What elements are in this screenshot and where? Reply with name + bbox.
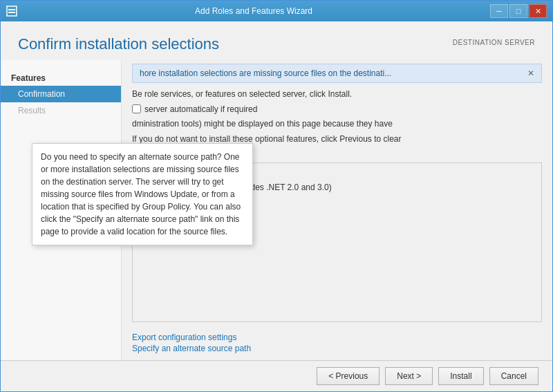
svg-rect-1 bbox=[8, 9, 15, 10]
reboot-checkbox[interactable] bbox=[132, 104, 141, 113]
title-controls: ─ □ ✕ bbox=[490, 4, 547, 18]
optional-note-line2: dministration tools) might be displayed … bbox=[122, 116, 552, 131]
instructions-line1: Be role services, or features on selecte… bbox=[122, 86, 552, 102]
svg-rect-0 bbox=[7, 6, 17, 16]
install-button[interactable]: Install bbox=[438, 367, 483, 385]
page-title: Confirm installation selections bbox=[18, 35, 219, 53]
alert-close-icon[interactable]: ✕ bbox=[527, 68, 534, 78]
alert-text: hore installation selections are missing… bbox=[140, 68, 391, 78]
title-bar: Add Roles and Features Wizard ─ □ ✕ bbox=[1, 1, 552, 21]
sidebar-item-confirmation[interactable]: Confirmation bbox=[1, 86, 121, 102]
alert-banner: hore installation selections are missing… bbox=[132, 64, 542, 83]
svg-rect-2 bbox=[8, 12, 15, 13]
footer: < Previous Next > Install Cancel bbox=[1, 360, 552, 391]
body-layout: Features Confirmation Results hore insta… bbox=[1, 60, 552, 360]
wizard-window: Add Roles and Features Wizard ─ □ ✕ Conf… bbox=[0, 0, 553, 392]
next-button[interactable]: Next > bbox=[385, 367, 433, 385]
reboot-label: server automatically if required bbox=[144, 104, 257, 114]
alternate-source-link[interactable]: Specify an alternate source path bbox=[132, 344, 542, 353]
wizard-content: Confirm installation selections DESTINAT… bbox=[1, 21, 552, 391]
tooltip-text: Do you need to specify an alternate sour… bbox=[41, 152, 241, 236]
window-icon bbox=[6, 6, 17, 17]
reboot-checkbox-container: server automatically if required bbox=[122, 102, 552, 116]
sidebar-section-features: Features bbox=[1, 71, 121, 86]
page-header: Confirm installation selections DESTINAT… bbox=[1, 21, 552, 60]
tooltip-popup: Do you need to specify an alternate sour… bbox=[32, 143, 253, 245]
previous-button[interactable]: < Previous bbox=[317, 367, 379, 385]
window-title: Add Roles and Features Wizard bbox=[17, 6, 490, 16]
links-area: Export configuration settings Specify an… bbox=[122, 326, 552, 360]
close-button[interactable]: ✕ bbox=[529, 4, 547, 18]
dest-server-label: DESTINATION SERVER bbox=[453, 39, 535, 46]
cancel-button[interactable]: Cancel bbox=[489, 367, 538, 385]
maximize-button[interactable]: □ bbox=[509, 4, 527, 18]
minimize-button[interactable]: ─ bbox=[490, 4, 508, 18]
sidebar-item-results: Results bbox=[1, 102, 121, 119]
export-config-link[interactable]: Export configuration settings bbox=[132, 333, 542, 342]
